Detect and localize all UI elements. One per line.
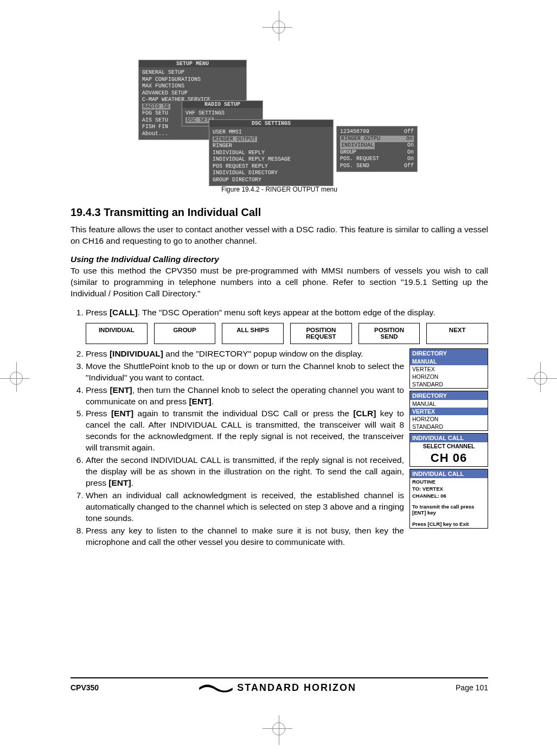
individual-call-select-channel: INDIVIDUAL CALL SELECT CHANNEL CH 06 (409, 433, 488, 467)
popup-item: HORIZON (410, 415, 488, 423)
popup-header: INDIVIDUAL CALL (410, 434, 488, 442)
individual-call-info: INDIVIDUAL CALL ROUTINE TO: VERTEX CHANN… (409, 469, 488, 529)
menu-item: ADVANCED SETUP (142, 90, 243, 97)
figure-caption: Figure 19.4.2 - RINGER OUTPUT menu (71, 186, 488, 193)
popup-item-selected: MANUAL (410, 358, 488, 365)
popup-line: ROUTINE (410, 478, 488, 485)
popup-header: INDIVIDUAL CALL (410, 469, 488, 478)
menu-item: MAP CONFIGURATIONS (142, 77, 243, 84)
popup-line: CHANNEL: 06 (410, 492, 488, 499)
footer-brand: STANDARD HORIZON (198, 682, 356, 694)
popup-item: VERTEX (410, 365, 488, 373)
row-value: On (407, 142, 414, 149)
popup-note: To transmit the call press [ENT] key (410, 503, 488, 517)
step-1: Press [CALL]. The "DSC Operation" menu s… (86, 307, 488, 344)
row-label: GROUP (340, 149, 356, 156)
brand-logo-icon (198, 682, 234, 694)
softkey-individual[interactable]: INDIVIDUAL (86, 323, 148, 344)
popup-item: MANUAL (410, 400, 488, 408)
value-off: Off (404, 129, 414, 136)
softkey-next[interactable]: NEXT (426, 323, 488, 344)
menu-item: INDIVIDUAL REPLY MESSAGE (213, 156, 330, 163)
menu-item-selected: RADIO SE (142, 104, 170, 110)
softkey-position-send[interactable]: POSITIONSEND (358, 323, 420, 344)
crop-mark-top (263, 11, 295, 43)
figure-ringer-output-menu: SETUP MENU GENERAL SETUP MAP CONFIGURATI… (138, 60, 420, 179)
mmsi-value: 123456789 (340, 129, 369, 136)
softkey-group[interactable]: GROUP (154, 323, 216, 344)
directory-popup-2: DIRECTORY MANUAL VERTEX HORIZON STANDARD (409, 391, 488, 431)
popup-item-selected: VERTEX (410, 408, 488, 415)
menu-item: RINGER (213, 143, 330, 150)
popup-note: Press [CLR] key to Exit (410, 520, 488, 528)
row-value: On (407, 149, 414, 156)
brand-text: STANDARD HORIZON (237, 682, 356, 694)
setup-menu-title: SETUP MENU (139, 60, 246, 67)
page-footer: CPV350 STANDARD HORIZON Page 101 (71, 677, 488, 694)
row-label: INDIVIDUAL (340, 142, 375, 149)
menu-item: USER MMSI (213, 129, 330, 136)
popup-item: STANDARD (410, 380, 488, 388)
menu-item: INDIVIDUAL DIRECTORY (213, 170, 330, 177)
row-value: On (407, 156, 414, 163)
menu-item: MAX FUNCTIONS (142, 83, 243, 90)
channel-value: CH 06 (410, 450, 488, 466)
section-heading: 19.4.3 Transmitting an Individual Call (71, 206, 488, 219)
menu-item: GENERAL SETUP (142, 69, 243, 77)
row-value: Off (404, 163, 414, 170)
dsc-settings-title: DSC SETTINGS (209, 120, 333, 127)
footer-page: Page 101 (456, 683, 488, 692)
softkey-position-request[interactable]: POSITIONREQUEST (290, 323, 352, 344)
row-label: POS. REQUEST (340, 156, 379, 163)
radio-setup-title: RADIO SETUP (182, 101, 263, 108)
ringer-output-label: RINGER OUTPU (341, 136, 380, 143)
menu-item: POS REQUEST REPLY (213, 163, 330, 170)
popup-header: DIRECTORY (410, 391, 488, 400)
popup-item: HORIZON (410, 373, 488, 380)
softkey-row: INDIVIDUAL GROUP ALL SHIPS POSITIONREQUE… (86, 323, 488, 344)
paragraph-2: To use this method the CPV350 must be pr… (71, 265, 488, 300)
popup-item: STANDARD (410, 423, 488, 430)
crop-mark-right (524, 362, 557, 395)
row-label: POS. SEND (340, 163, 369, 170)
popup-line: TO: VERTEX (410, 485, 488, 492)
footer-model: CPV350 (71, 683, 99, 692)
menu-item: GROUP DIRECTORY (213, 177, 330, 184)
menu-item: VHF SETTINGS (185, 110, 259, 117)
menu-item: INDIVIDUAL REPLY (213, 150, 330, 157)
directory-popup-1: DIRECTORY MANUAL VERTEX HORIZON STANDARD (409, 348, 488, 389)
crop-mark-bottom (263, 713, 295, 745)
subheading: Using the Individual Calling directory (71, 255, 488, 264)
crop-mark-left (0, 362, 33, 395)
popup-subtitle: SELECT CHANNEL (410, 442, 488, 450)
softkey-all-ships[interactable]: ALL SHIPS (222, 323, 284, 344)
popup-header: DIRECTORY (410, 349, 488, 358)
intro-paragraph: This feature allows the user to contact … (71, 224, 488, 247)
menu-item-selected: RINGER OUTPUT (213, 136, 257, 142)
